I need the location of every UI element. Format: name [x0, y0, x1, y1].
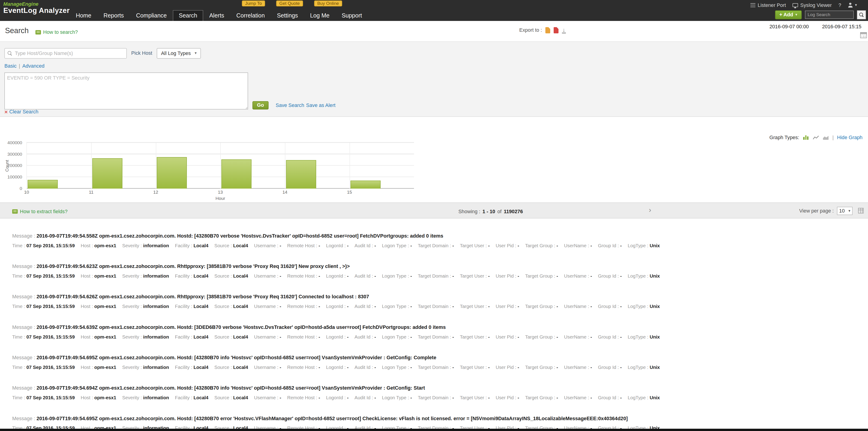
add-button[interactable]: + Add ▾ [775, 10, 802, 20]
help-button[interactable]: ? [838, 2, 841, 8]
bar-chart-icon[interactable] [803, 135, 809, 140]
promo-buy-online[interactable]: Buy Online [314, 0, 342, 6]
detail-target-user: Target User : - [460, 304, 490, 309]
nav-tab-log-me[interactable]: Log Me [304, 10, 336, 21]
log-entry[interactable]: Message : 2016-09-07T19:49:54.639Z opm-e… [0, 324, 868, 355]
nav-tab-home[interactable]: Home [70, 10, 97, 21]
log-entry[interactable]: Message : 2016-09-07T19:49:54.695Z opm-e… [0, 355, 868, 385]
promo-jump-to[interactable]: Jump To [242, 0, 265, 6]
log-entry[interactable]: Message : 2016-09-07T19:49:54.694Z opm-e… [0, 385, 868, 416]
syslog-viewer-link[interactable]: Syslog Viewer [793, 2, 832, 8]
detail-host: Host : opm-esx1 [81, 273, 116, 279]
message-label: Message : [12, 233, 37, 239]
message-label: Message : [12, 324, 37, 330]
app-logo[interactable]: ManageEngine EventLog Analyzer [3, 2, 69, 14]
nav-tab-alerts[interactable]: Alerts [203, 10, 230, 21]
save-search-link[interactable]: Save Search [276, 102, 304, 108]
export-group: Export to : ↓ [519, 27, 566, 33]
nav-tab-correlation[interactable]: Correlation [230, 10, 271, 21]
line-chart-icon[interactable] [812, 135, 819, 140]
log-message-line: Message : 2016-09-07T19:49:54.558Z opm-e… [12, 233, 868, 239]
log-search-input[interactable] [805, 10, 854, 19]
detail-target-group: Target Group : - [525, 243, 558, 248]
hide-graph-link[interactable]: Hide Graph [837, 135, 863, 140]
x-tick-label: 15 [347, 190, 352, 195]
detail-severity: Severity : information [122, 395, 169, 400]
chart-yticks: 0100000200000300000400000 [0, 143, 24, 189]
detail-host: Host : opm-esx1 [81, 304, 116, 309]
how-to-search-link[interactable]: How to search? [35, 29, 78, 35]
export-csv-icon[interactable] [546, 27, 551, 33]
user-menu[interactable]: ▾ [848, 3, 857, 8]
per-page-value: 10 [839, 208, 845, 214]
detail-time: Time : 07 Sep 2016, 15:15:59 [12, 395, 75, 400]
page: ManageEngine EventLog Analyzer Jump ToGe… [0, 0, 868, 431]
detail-target-domain: Target Domain : - [418, 365, 454, 370]
chart-bar-12[interactable] [157, 157, 187, 189]
detail-user-pid: User Pid : - [496, 243, 519, 248]
log-type-dropdown[interactable]: All Log Types ▾ [157, 48, 201, 59]
advanced-mode-link[interactable]: Advanced [22, 63, 44, 69]
nav-tab-support[interactable]: Support [336, 10, 368, 21]
nav-tab-search[interactable]: Search [173, 10, 203, 21]
chart-bar-13[interactable] [221, 159, 251, 189]
detail-user-pid: User Pid : - [496, 273, 519, 279]
detail-audit-id: Audit Id : - [354, 304, 376, 309]
total-count: 1190276 [504, 209, 523, 214]
table-columns-icon[interactable] [858, 208, 864, 213]
log-message-line: Message : 2016-09-07T19:49:54.639Z opm-e… [12, 324, 868, 330]
pagination-next-button[interactable]: › [649, 206, 651, 214]
log-entry[interactable]: Message : 2016-09-07T19:49:54.558Z opm-e… [0, 233, 868, 263]
x-tick-label: 11 [89, 190, 93, 195]
listener-port-label: Listener Port [758, 2, 786, 8]
detail-logon-type: Logon Type : - [382, 243, 412, 248]
go-button[interactable]: Go [252, 101, 269, 109]
promo-get-quote[interactable]: Get Quote [276, 0, 303, 6]
brand-name: ManageEngine [3, 2, 69, 7]
book-icon [12, 209, 18, 214]
syslog-viewer-label: Syslog Viewer [800, 2, 832, 8]
caret-down-icon: ▾ [848, 209, 850, 213]
chart-bar-14[interactable] [286, 160, 316, 189]
log-entry[interactable]: Message : 2016-09-07T19:49:54.626Z opm-e… [0, 294, 868, 324]
y-tick-label: 400000 [7, 140, 22, 145]
basic-mode-link[interactable]: Basic [4, 63, 17, 69]
search-icon [8, 51, 12, 56]
how-to-extract-link[interactable]: How to extract fields? [12, 209, 68, 214]
detail-source: Source : Local4 [214, 273, 248, 279]
save-as-alert-link[interactable]: Save as Alert [306, 102, 336, 108]
detail-target-group: Target Group : - [525, 395, 558, 400]
calendar-icon[interactable] [860, 32, 867, 38]
chart-bar-11[interactable] [92, 158, 122, 189]
help-icon: ? [838, 2, 841, 8]
query-textarea[interactable] [4, 72, 248, 109]
detail-username: UserName : - [564, 273, 592, 279]
host-input[interactable] [15, 51, 124, 56]
detail-time: Time : 07 Sep 2016, 15:15:59 [12, 304, 75, 309]
date-from[interactable]: 2016-09-07 00:00 [770, 24, 809, 30]
pick-host-link[interactable]: Pick Host [131, 50, 152, 56]
detail-target-domain: Target Domain : - [418, 334, 454, 340]
area-chart-icon[interactable] [823, 135, 829, 140]
nav-tab-settings[interactable]: Settings [271, 10, 304, 21]
nav-tab-reports[interactable]: Reports [97, 10, 130, 21]
log-search-button[interactable] [857, 10, 866, 19]
message-label: Message : [12, 263, 37, 269]
clear-search-link[interactable]: × Clear Search [4, 109, 38, 115]
chart-bar-15[interactable] [350, 180, 381, 189]
chart-xticks: 101112131415 [27, 190, 414, 195]
export-pdf-icon[interactable] [554, 27, 559, 33]
chart-bar-10[interactable] [28, 180, 58, 189]
per-page-select[interactable]: 10 ▾ [837, 207, 852, 215]
search-mode-links: Basic | Advanced [4, 63, 44, 69]
download-icon[interactable]: ↓ [562, 27, 566, 33]
date-to[interactable]: 2016-09-07 15:15 [822, 24, 861, 30]
log-entry[interactable]: Message : 2016-09-07T19:49:54.623Z opm-e… [0, 263, 868, 294]
detail-logonid: LogonId : - [326, 304, 349, 309]
nav-tab-compliance[interactable]: Compliance [130, 10, 173, 21]
results-toolbar: How to extract fields? Showing : 1 - 10 … [0, 202, 868, 219]
nav-right: + Add ▾ [775, 10, 866, 20]
message-label: Message : [12, 355, 37, 360]
listener-port-link[interactable]: Listener Port [750, 2, 786, 8]
log-message-line: Message : 2016-09-07T19:49:54.694Z opm-e… [12, 385, 868, 391]
